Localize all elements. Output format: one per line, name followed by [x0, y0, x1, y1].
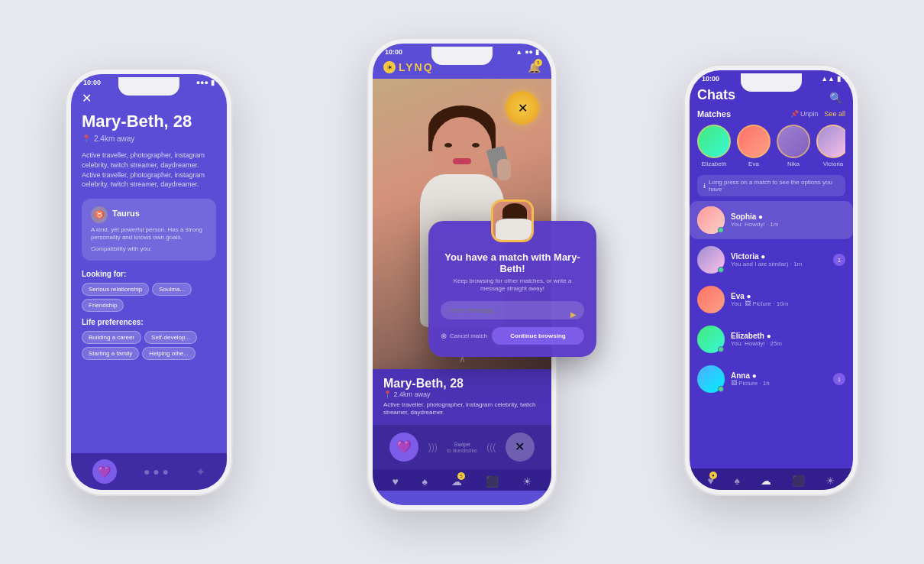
heart-nav-badge: ●: [709, 472, 717, 479]
swipe-text: Swipe: [447, 441, 477, 448]
swipe-label: Swipe to like/dislike: [447, 441, 477, 453]
continue-browsing-button[interactable]: Continue browsing: [492, 327, 584, 345]
lynq-logo: LYNQ: [399, 61, 434, 73]
taurus-icon: ♉: [91, 206, 108, 223]
battery-icon: ▮: [211, 79, 215, 86]
nav-right-messages[interactable]: ☁: [761, 475, 771, 487]
profile-icon: ☀: [522, 475, 532, 488]
status-icons-left: ●●● ▮: [196, 79, 215, 86]
match-name-eva: Eva: [748, 160, 759, 167]
avatar-victoria: [697, 246, 725, 274]
face: [432, 117, 492, 180]
dots-swipe-left: ))): [428, 442, 438, 452]
match-circle-victoria: [816, 125, 845, 158]
online-dot-sophia: [718, 227, 724, 233]
horoscope-sign: Taurus: [112, 209, 140, 218]
chat-info-anna: Anna ● 🖼 Picture · 1h: [731, 371, 827, 387]
notch-left: [118, 77, 179, 96]
search-icon[interactable]: 🔍: [829, 92, 842, 104]
lynq-logo-area: ☀ LYNQ: [383, 61, 434, 73]
badge-anna: 1: [833, 373, 845, 385]
matches-section: Matches 📌 Unpin See all Elizabeth: [690, 109, 853, 172]
chat-info-victoria: Victoria ● You and I are similar) · 1m: [731, 252, 827, 267]
chat-item-eva[interactable]: Eva ● You: 🖼 Picture · 10m: [690, 280, 853, 319]
nav-home[interactable]: ♥: [392, 475, 398, 488]
chat-item-elizabeth[interactable]: Elizabeth ● You: Howdy! · 25m: [690, 320, 853, 358]
avatar-eva-bg: [697, 286, 725, 313]
dislike-button[interactable]: ✕: [506, 433, 535, 462]
unpin-button[interactable]: 📌 Unpin: [790, 110, 819, 118]
swipe-bar: 💜 ))) Swipe to like/dislike ((( ✕: [373, 425, 551, 469]
online-dot-elizabeth: [718, 346, 724, 352]
match-name-nika: Nika: [787, 160, 800, 167]
notification-bell[interactable]: 🔔 5: [528, 60, 541, 74]
chat-item-victoria[interactable]: Victoria ● You and I are similar) · 1m 1: [690, 241, 853, 279]
wifi-icon: ▲: [515, 48, 522, 56]
nav-discover[interactable]: ♠: [422, 475, 428, 488]
location-left: 📍 2.4km away: [82, 135, 216, 143]
chat-item-anna[interactable]: Anna ● 🖼 Picture · 1h 1: [690, 360, 853, 398]
zodiac-badge-center: ✕: [506, 91, 539, 125]
chat-name-elizabeth: Elizabeth ●: [731, 332, 845, 340]
chat-preview-anna: 🖼 Picture · 1h: [731, 380, 827, 387]
info-icon: ℹ: [703, 183, 706, 190]
chat-name-victoria: Victoria ●: [731, 252, 827, 261]
profile-name-center: Mary-Beth, 28: [383, 377, 464, 391]
nav-camera[interactable]: ⬛: [486, 475, 499, 488]
bottom-nav-center: ♥ ♠ ☁ 5 ⬛ ☀: [373, 469, 551, 491]
cancel-label: Cancel match: [450, 332, 487, 339]
nav-right-profile[interactable]: ☀: [825, 475, 835, 487]
battery-right: ▮: [837, 75, 841, 83]
match-name-victoria: Victoria: [823, 160, 844, 167]
match-item-eva[interactable]: Eva: [737, 125, 771, 167]
notification-badge: 5: [535, 59, 542, 66]
phone-left: 10:00 ●●● ▮ ✕ Mary-Beth, 28 📍 2.4km away…: [65, 68, 233, 496]
nav-right-heart[interactable]: ♥ ●: [707, 475, 713, 487]
location-text-left: 2.4km away: [94, 135, 134, 143]
chat-info-eva: Eva ● You: 🖼 Picture · 10m: [731, 292, 845, 307]
match-circle-elizabeth: [697, 125, 731, 158]
nav-right-camera[interactable]: ⬛: [792, 475, 805, 487]
send-icon: ▶: [570, 310, 577, 318]
main-scene: 10:00 ●●● ▮ ✕ Mary-Beth, 28 📍 2.4km away…: [42, 22, 882, 542]
match-item-victoria[interactable]: Victoria: [816, 125, 845, 167]
camera-icon: ⬛: [486, 475, 499, 488]
looking-for-tags: Serious relationship Soulma... Friendshi…: [82, 283, 216, 312]
horoscope-card: ♉ Taurus A kind, yet powerful person. Ha…: [82, 199, 216, 261]
nav-right-discover[interactable]: ♠: [735, 475, 740, 487]
matches-actions: 📌 Unpin See all: [790, 110, 845, 118]
bio-left: Active traveller, photographer, instagra…: [82, 151, 216, 189]
eye-right: [472, 143, 480, 147]
message-input-container: ▶: [441, 301, 584, 327]
nav-messages[interactable]: ☁ 5: [451, 475, 462, 488]
match-name-elizabeth: Elizabeth: [702, 160, 727, 167]
nav-profile[interactable]: ☀: [522, 475, 532, 488]
location-icon: 📍: [82, 135, 91, 143]
match-item-nika[interactable]: Nika: [777, 125, 810, 167]
unpin-label: Unpin: [800, 110, 819, 118]
chat-preview-victoria: You and I are similar) · 1m: [731, 261, 827, 267]
zodiac-icon: ✕: [518, 101, 528, 115]
match-circle-nika: [777, 125, 810, 158]
chat-info-elizabeth: Elizabeth ● You: Howdy! · 25m: [731, 332, 845, 347]
avatar-eva: [697, 286, 725, 313]
online-dot-victoria: [718, 267, 724, 273]
online-dot-anna: [718, 386, 724, 392]
message-input[interactable]: [441, 301, 584, 319]
cancel-match-button[interactable]: ⊗ Cancel match: [441, 332, 487, 340]
heart-button-left[interactable]: 💜: [92, 459, 117, 484]
profile-content-left: Mary-Beth, 28 📍 2.4km away Active travel…: [71, 112, 227, 360]
like-button[interactable]: 💜: [389, 433, 418, 462]
chat-item-sophia[interactable]: Sophia ● You: Howdy! · 1m: [690, 201, 853, 239]
match-buttons: ⊗ Cancel match Continue browsing: [441, 327, 584, 345]
match-item-elizabeth[interactable]: Elizabeth: [697, 125, 731, 167]
life-prefs-label: Life preferences:: [82, 318, 216, 326]
dots-left: ● ● ●: [144, 465, 169, 478]
status-icons-center: ▲ ●● ▮: [515, 48, 539, 56]
hint-bar: ℹ Long press on a match to see the optio…: [697, 175, 845, 196]
see-all-button[interactable]: See all: [824, 110, 845, 118]
tag-helping: Helping othe...: [142, 347, 195, 360]
chat-name-eva: Eva ●: [731, 292, 845, 300]
screen-right: 10:00 ▲▲ ▮ 🔍 Chats Matches 📌 Unpin: [690, 70, 853, 490]
status-icons-right: ▲▲ ▮: [821, 75, 841, 83]
